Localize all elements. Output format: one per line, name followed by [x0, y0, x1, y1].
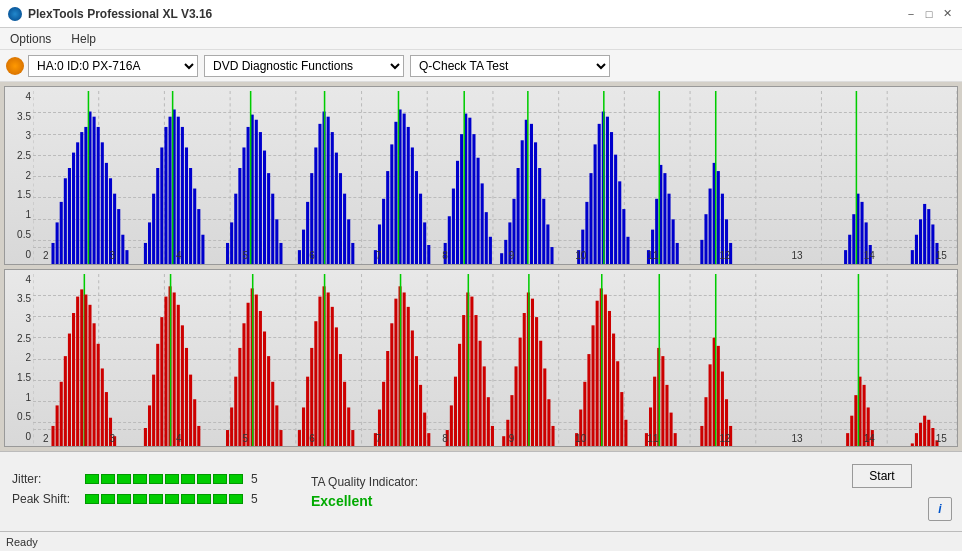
- svg-rect-22: [80, 132, 83, 263]
- jitter-seg-8: [197, 474, 211, 484]
- svg-rect-41: [169, 117, 172, 264]
- svg-rect-74: [327, 117, 330, 264]
- svg-rect-255: [403, 292, 406, 446]
- metrics-left: Jitter: 5 Peak Shift:: [12, 472, 271, 512]
- svg-rect-103: [468, 118, 471, 264]
- svg-rect-39: [160, 147, 163, 263]
- svg-rect-26: [93, 117, 96, 264]
- svg-rect-227: [263, 331, 266, 446]
- jitter-seg-5: [149, 474, 163, 484]
- test-select[interactable]: Q-Check TA Test: [410, 55, 610, 77]
- jitter-seg-3: [117, 474, 131, 484]
- chart-bottom-svg: [33, 274, 957, 447]
- menu-bar: Options Help: [0, 28, 962, 50]
- main-content: 4 3.5 3 2.5 2 1.5 1 0.5 0: [0, 82, 962, 451]
- svg-rect-270: [474, 315, 477, 446]
- svg-rect-27: [97, 127, 100, 264]
- svg-rect-21: [76, 142, 79, 263]
- svg-rect-225: [255, 294, 258, 446]
- peak-shift-value: 5: [251, 492, 271, 506]
- ta-quality-label: TA Quality Indicator:: [311, 475, 418, 489]
- start-button[interactable]: Start: [852, 464, 912, 488]
- jitter-seg-10: [229, 474, 243, 484]
- svg-rect-90: [407, 127, 410, 264]
- svg-rect-91: [411, 147, 414, 263]
- ps-seg-9: [213, 494, 227, 504]
- ps-seg-1: [85, 494, 99, 504]
- maximize-button[interactable]: □: [922, 7, 936, 21]
- jitter-label: Jitter:: [12, 472, 77, 486]
- svg-rect-59: [255, 120, 258, 264]
- svg-rect-131: [606, 117, 609, 264]
- svg-rect-23: [84, 127, 87, 264]
- title-bar-controls: − □ ✕: [904, 7, 954, 21]
- close-button[interactable]: ✕: [940, 7, 954, 21]
- svg-rect-236: [314, 321, 317, 446]
- jitter-row: Jitter: 5: [12, 472, 271, 486]
- svg-rect-221: [242, 323, 245, 446]
- ps-seg-7: [181, 494, 195, 504]
- minimize-button[interactable]: −: [904, 7, 918, 21]
- svg-rect-117: [530, 124, 533, 264]
- bottom-panel: Jitter: 5 Peak Shift:: [0, 451, 962, 531]
- jitter-seg-1: [85, 474, 99, 484]
- svg-rect-75: [331, 132, 334, 263]
- title-bar-left: PlexTools Professional XL V3.16: [8, 7, 212, 21]
- svg-rect-118: [534, 142, 537, 263]
- svg-rect-86: [394, 122, 397, 264]
- ps-seg-8: [197, 494, 211, 504]
- ta-quality-value: Excellent: [311, 493, 418, 509]
- svg-rect-256: [407, 306, 410, 446]
- svg-rect-46: [185, 147, 188, 263]
- svg-rect-251: [390, 323, 393, 446]
- chart-top: 4 3.5 3 2.5 2 1.5 1 0.5 0: [4, 86, 958, 265]
- app-icon: [8, 7, 22, 21]
- svg-rect-283: [531, 298, 534, 446]
- svg-rect-128: [598, 124, 601, 264]
- svg-rect-240: [327, 292, 330, 446]
- svg-rect-55: [242, 147, 245, 263]
- svg-rect-40: [164, 127, 167, 264]
- svg-rect-56: [247, 127, 250, 264]
- ps-seg-3: [117, 494, 131, 504]
- svg-rect-60: [259, 132, 262, 263]
- chart-bottom-y-labels: 4 3.5 3 2.5 2 1.5 1 0.5 0: [5, 270, 33, 447]
- svg-rect-191: [76, 296, 79, 446]
- svg-rect-294: [596, 300, 599, 446]
- title-bar: PlexTools Professional XL V3.16 − □ ✕: [0, 0, 962, 28]
- jitter-seg-4: [133, 474, 147, 484]
- ps-seg-6: [165, 494, 179, 504]
- drive-select[interactable]: HA:0 ID:0 PX-716A: [28, 55, 198, 77]
- svg-rect-71: [318, 124, 321, 264]
- svg-rect-190: [72, 313, 75, 446]
- svg-rect-45: [181, 127, 184, 264]
- svg-rect-298: [608, 310, 611, 446]
- svg-rect-195: [88, 304, 91, 446]
- chart-top-area: 4 3.5 3 2.5 2 1.5 1 0.5 0: [5, 87, 957, 264]
- svg-rect-222: [247, 302, 250, 446]
- svg-rect-211: [177, 304, 180, 446]
- function-select[interactable]: DVD Diagnostic Functions: [204, 55, 404, 77]
- chart-top-x-labels: 2 3 4 5 6 7 8 9 10 11 12 13 14 15: [33, 248, 957, 264]
- chart-bottom: 4 3.5 3 2.5 2 1.5 1 0.5 0: [4, 269, 958, 448]
- svg-rect-252: [394, 298, 397, 446]
- svg-rect-44: [177, 117, 180, 264]
- drive-selector-group: HA:0 ID:0 PX-716A: [6, 55, 198, 77]
- menu-options[interactable]: Options: [6, 30, 55, 48]
- svg-rect-70: [314, 147, 317, 263]
- jitter-seg-9: [213, 474, 227, 484]
- menu-help[interactable]: Help: [67, 30, 100, 48]
- peak-shift-row: Peak Shift: 5: [12, 492, 271, 506]
- svg-rect-127: [594, 144, 597, 263]
- svg-rect-269: [470, 296, 473, 446]
- svg-rect-104: [472, 134, 475, 263]
- svg-rect-206: [160, 317, 163, 446]
- status-text: Ready: [6, 536, 38, 548]
- peak-shift-meter: [85, 494, 243, 504]
- svg-rect-28: [101, 142, 104, 263]
- chart-top-svg: [33, 91, 957, 264]
- svg-rect-266: [462, 315, 465, 446]
- svg-rect-196: [93, 323, 96, 446]
- ps-seg-10: [229, 494, 243, 504]
- info-button[interactable]: i: [928, 497, 952, 521]
